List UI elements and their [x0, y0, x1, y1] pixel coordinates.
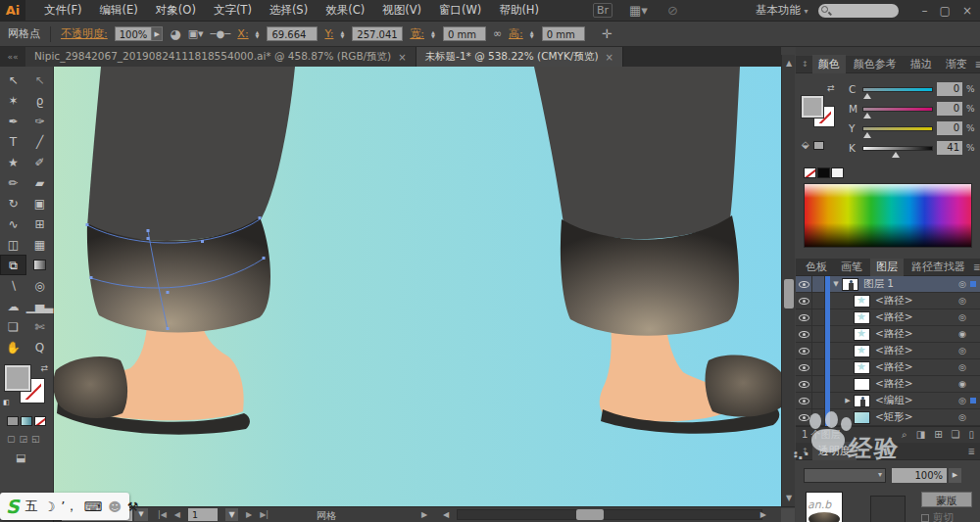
selection-badge[interactable] [970, 393, 980, 409]
opacity-spinner-icon[interactable]: ▶ [949, 468, 961, 483]
clip-checkbox[interactable]: 剪切 [921, 511, 954, 522]
document-tab-nipic[interactable]: Nipic_29842067_20190824111818554000.ai* … [25, 47, 416, 67]
width-stepper[interactable]: ▲▼ [431, 30, 435, 38]
app-logo[interactable]: Ai [0, 0, 25, 22]
x-stepper[interactable]: ▲▼ [256, 30, 260, 38]
tab-transparency[interactable]: 透明度 [812, 442, 857, 460]
expand-arrow-icon[interactable]: ▼ [830, 280, 842, 288]
visibility-toggle[interactable] [796, 293, 812, 309]
draw-inside-icon[interactable]: ◱ [31, 434, 40, 444]
new-sublayer-icon[interactable]: ⊞ [934, 429, 942, 441]
selection-badge[interactable] [970, 409, 980, 426]
expand-arrow-icon[interactable]: ▶ [842, 397, 854, 404]
canvas-area[interactable] [54, 67, 781, 506]
gamut-swatch[interactable] [813, 141, 824, 150]
target-circle-icon[interactable]: ◉ [955, 329, 970, 339]
lock-toggle[interactable] [812, 409, 825, 426]
tab-layers[interactable]: 图层 [870, 258, 904, 276]
tab-gradient[interactable]: 渐变 [940, 55, 973, 73]
slider-handle[interactable] [863, 132, 871, 138]
fill-stroke-indicator[interactable]: ⇄ ◧ [5, 365, 48, 404]
visibility-toggle[interactable] [796, 326, 812, 343]
lock-toggle[interactable] [812, 359, 825, 376]
type-tool[interactable]: T [0, 131, 26, 152]
channel-value-field[interactable]: 0 [937, 102, 962, 116]
layer-name[interactable]: <路径> [875, 294, 955, 308]
make-mask-button[interactable]: 蒙版 [921, 492, 972, 507]
layer-name[interactable]: <路径> [875, 360, 955, 374]
channel-slider[interactable] [862, 146, 933, 151]
layer-row[interactable]: <路径> ◉ [796, 376, 980, 393]
x-field[interactable]: 69.664 [267, 26, 318, 41]
target-circle-icon[interactable]: ◎ [955, 296, 970, 306]
channel-value-field[interactable]: 0 [937, 82, 962, 96]
object-thumbnail[interactable]: an.b [806, 492, 843, 522]
target-circle-icon[interactable]: ◎ [955, 312, 970, 322]
target-circle-icon[interactable]: ◎ [955, 362, 970, 372]
punctuation-icon[interactable]: ’， [61, 498, 77, 515]
layer-row[interactable]: ▶ <编组> ◎ [796, 393, 980, 409]
visibility-toggle[interactable] [796, 359, 812, 376]
constrain-proportions-icon[interactable]: ∞ [493, 27, 502, 40]
perspective-grid-tool[interactable]: ⊞ [26, 214, 53, 234]
fill-color-swatch[interactable] [5, 365, 30, 391]
night-mode-icon[interactable]: ☽ [44, 499, 56, 514]
last-artboard-icon[interactable]: ▶| [260, 508, 269, 521]
layer-name[interactable]: 图层 1 [863, 277, 955, 291]
visibility-toggle[interactable] [796, 343, 812, 359]
scroll-left-icon[interactable]: ◀ [443, 510, 449, 519]
layer-name[interactable]: <路径> [875, 310, 955, 324]
vertical-scrollbar[interactable]: ▲ ▼ [781, 55, 795, 506]
panel-menu-icon[interactable]: ≣ [975, 60, 980, 70]
hand-tool[interactable]: ✋ [0, 337, 26, 357]
fill-color-swatch[interactable] [802, 96, 823, 118]
height-field[interactable]: 0 mm [542, 26, 585, 41]
layer-row[interactable]: <路径> ◎ [796, 293, 980, 309]
search-input[interactable] [818, 4, 899, 18]
layer-thumbnail[interactable] [854, 328, 870, 341]
workspace-switcher[interactable]: 基本功能 ▾ [756, 3, 808, 18]
lock-toggle[interactable] [812, 309, 825, 326]
wubi-mode-indicator[interactable]: 五 [25, 498, 38, 515]
selection-badge[interactable] [970, 343, 980, 359]
gradient-tool[interactable] [26, 255, 53, 275]
width-field[interactable]: 0 mm [443, 26, 486, 41]
menu-item[interactable]: 文件(F) [35, 0, 91, 21]
channel-slider[interactable] [862, 107, 933, 112]
menu-item[interactable]: 对象(O) [147, 0, 205, 21]
paint-none-button[interactable] [34, 416, 46, 426]
target-circle-icon[interactable]: ◎ [955, 396, 970, 405]
layer-row[interactable]: <路径> ◉ [796, 326, 980, 343]
opacity-dropdown-icon[interactable]: ▶ [152, 26, 163, 41]
tab-pathfinder[interactable]: 路径查找器 [906, 258, 971, 276]
channel-slider[interactable] [862, 87, 933, 92]
panel-menu-icon[interactable]: ≣ [973, 262, 980, 272]
layer-thumbnail[interactable] [854, 411, 870, 424]
selection-tool[interactable]: ↖ [0, 70, 26, 90]
pencil-tool[interactable]: ✏ [0, 172, 26, 193]
arrange-documents-icon[interactable]: ▦▾ [626, 3, 651, 18]
eraser-tool[interactable]: ▰ [26, 172, 53, 193]
sogou-ime-bar[interactable]: S五☽’，⌨☻⚒ [0, 493, 129, 520]
selection-badge[interactable] [970, 276, 980, 293]
skin-icon[interactable]: ☻ [108, 499, 122, 514]
menu-item[interactable]: 帮助(H) [490, 0, 548, 21]
shape-builder-tool[interactable]: ◫ [0, 234, 26, 255]
layer-thumbnail[interactable] [854, 345, 870, 357]
scroll-right-icon[interactable]: ▶ [760, 510, 766, 519]
target-circle-icon[interactable]: ◎ [955, 412, 970, 422]
opacity-mask-well[interactable] [870, 496, 906, 522]
mesh-tool[interactable]: ⧉ [0, 255, 26, 275]
layer-name[interactable]: <路径> [875, 377, 955, 391]
out-of-gamut-icon[interactable]: ⬙ [802, 139, 845, 150]
visibility-toggle[interactable] [796, 276, 812, 293]
none-swatch[interactable] [804, 167, 816, 178]
menu-item[interactable]: 选择(S) [261, 0, 317, 21]
paintbrush-tool[interactable]: ✐ [26, 152, 53, 172]
select-similar-icon[interactable]: ▣▾ [188, 27, 204, 40]
white-swatch[interactable] [831, 167, 844, 178]
make-clipping-mask-icon[interactable]: ◨ [916, 429, 925, 441]
layer-row[interactable]: <矩形> ◎ [796, 409, 980, 426]
scroll-up-icon[interactable]: ▲ [782, 57, 796, 70]
menu-item[interactable]: 视图(V) [373, 0, 430, 21]
